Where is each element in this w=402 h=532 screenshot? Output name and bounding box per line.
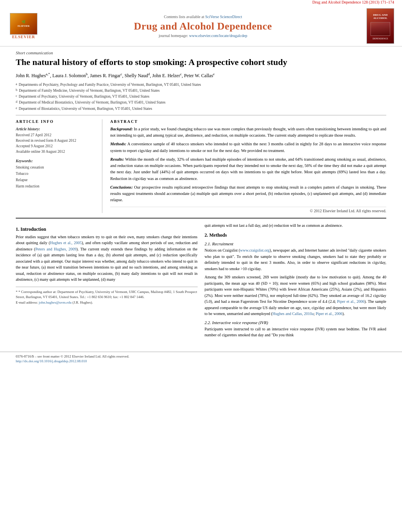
affil-a: a Departments of Psychiatry, Psychology …	[16, 82, 386, 88]
elsevier-logo: 🌿 ELSEVIER ELSEVIER	[8, 13, 39, 39]
section1-heading: 1. Introduction	[16, 226, 198, 232]
section2-para3: Participants were instructed to call to …	[205, 326, 387, 338]
section1-para2: quit attempts will not last a full day, …	[205, 222, 387, 229]
sup-b: b	[86, 72, 88, 76]
main-right-column: quit attempts will not last a full day, …	[205, 222, 387, 341]
cover-text: DRUG AND ALCOHOL	[367, 12, 394, 21]
section2-sub1-heading: 2.1. Recruitment	[205, 241, 387, 246]
copyright-line: © 2012 Elsevier Ireland Ltd. All rights …	[110, 207, 386, 213]
conclusions-text: Our prospective results replicated retro…	[110, 185, 386, 202]
journal-ref-text: Drug and Alcohol Dependence 128 (2013) 1…	[312, 0, 394, 4]
affil-e: e Department of Biostatistics, Universit…	[16, 106, 386, 112]
article-info-heading: ARTICLE INFO	[16, 119, 96, 124]
ref-peters-hughes[interactable]: Peters and Hughes, 2009	[35, 247, 76, 251]
issn-line: 0376-8716/$ – see front matter © 2012 El…	[16, 354, 386, 358]
sciverse-line: Contents lists available at SciVerse Sci…	[39, 15, 367, 19]
homepage-prefix: journal homepage:	[159, 33, 188, 38]
abstract-heading: ABSTRACT	[110, 119, 386, 124]
affil-b: b Department of Family Medicine, Univers…	[16, 88, 386, 94]
keyword-1: Smoking cessation	[16, 164, 96, 171]
results-label: Results:	[110, 157, 124, 161]
email-person: (J.R. Hughes).	[72, 300, 93, 304]
sup-d: d	[148, 72, 150, 76]
background-text: In a prior study, we found changing toba…	[110, 127, 386, 137]
section2-sub2-heading: 2.2. Interactive voice response (IVR)	[205, 320, 387, 325]
authors-line: John R. Hughesa,*, Laura J. Solomonb, Ja…	[16, 71, 386, 80]
affiliations-block: a Departments of Psychiatry, Psychology …	[16, 82, 386, 115]
history-label: Article history:	[16, 127, 96, 131]
ref-piper-2006b[interactable]: Piper et al., 2006	[316, 311, 343, 316]
keyword-2: Tobacco	[16, 171, 96, 177]
sup-c2: c	[180, 72, 182, 76]
footnote-star-text: * * Corresponding author at: Department …	[16, 289, 198, 300]
keyword-4: Harm reduction	[16, 183, 96, 189]
article-type: Short communication	[16, 50, 386, 55]
main-content: 1. Introduction Prior studies suggest th…	[16, 218, 386, 341]
affil-c-text: Department of Psychiatry, University of …	[19, 94, 150, 100]
sup-e: e	[213, 72, 215, 76]
elsevier-text: ELSEVIER	[12, 35, 35, 39]
journal-title: Drug and Alcohol Dependence	[39, 20, 367, 32]
footnote-text: * Corresponding author at: Department of…	[16, 290, 197, 299]
keywords-label: Keywords:	[16, 159, 96, 163]
journal-title-block: Contents lists available at SciVerse Sci…	[39, 15, 367, 38]
bottom-bar: 0376-8716/$ – see front matter © 2012 El…	[0, 352, 402, 365]
sup-a: a,*	[46, 72, 50, 76]
section1-para1: Prior studies suggest that when tobacco …	[16, 234, 198, 283]
affil-c: c Department of Psychiatry, University o…	[16, 94, 386, 100]
received-date: Received 27 April 2012	[16, 132, 96, 138]
email-label: E-mail address:	[16, 300, 38, 304]
doi-link[interactable]: http://dx.doi.org/10.1016/j.drugaldep.20…	[16, 359, 87, 363]
craigslist-link[interactable]: www.craigslist.org	[240, 248, 270, 252]
section2-heading: 2. Methods	[205, 232, 387, 238]
affil-e-text: Department of Biostatistics, University …	[19, 106, 152, 112]
email-link[interactable]: john.hughes@uvm.edu	[39, 300, 71, 304]
affil-d-text: Department of Medical Biostatistics, Uni…	[19, 100, 165, 106]
ref-hughes-callas[interactable]: Hughes and Callas, 2010a	[272, 311, 313, 316]
main-left-column: 1. Introduction Prior studies suggest th…	[16, 222, 198, 341]
abstract-methods: Methods: A convenience sample of 40 toba…	[110, 141, 386, 154]
journal-homepage: journal homepage: www.elsevier.com/locat…	[39, 33, 367, 38]
sciverse-prefix: Contents lists available at	[164, 15, 204, 19]
journal-reference: Drug and Alcohol Dependence 128 (2013) 1…	[0, 0, 402, 4]
keywords-section: Keywords: Smoking cessation Tobacco Rela…	[16, 159, 96, 190]
keyword-3: Relapse	[16, 177, 96, 183]
affil-d: d Department of Medical Biostatistics, U…	[16, 100, 386, 106]
section2-para1: Notices on Craigslist (www.craigslist.or…	[205, 247, 387, 272]
footnote-area: * * Corresponding author at: Department …	[16, 287, 198, 306]
results-text: Within the month of the study, 32% of sm…	[110, 157, 386, 181]
available-date: Available online 30 August 2012	[16, 149, 96, 154]
article-body: Short communication The natural history …	[0, 46, 402, 348]
affil-b-text: Department of Family Medicine, Universit…	[19, 88, 160, 94]
homepage-link[interactable]: www.elsevier.com/locate/drugalcdep	[189, 33, 247, 38]
history-section: Article history: Received 27 April 2012 …	[16, 127, 96, 155]
keywords-list: Smoking cessation Tobacco Relapse Harm r…	[16, 164, 96, 190]
ref-piper-2006[interactable]: Piper et al., 2006	[337, 299, 365, 304]
article-title: The natural history of efforts to stop s…	[16, 57, 386, 68]
article-info-column: ARTICLE INFO Article history: Received 2…	[16, 119, 102, 213]
info-abstract-columns: ARTICLE INFO Article history: Received 2…	[16, 119, 386, 213]
sciverse-link[interactable]: SciVerse ScienceDirect	[205, 15, 242, 19]
abstract-column: ABSTRACT Background: In a prior study, w…	[110, 119, 386, 213]
accepted-date: Accepted 9 August 2012	[16, 143, 96, 149]
journal-cover-image: DRUG AND ALCOHOL DEPENDENCE	[367, 8, 394, 44]
sup-c: c	[120, 72, 122, 76]
conclusions-label: Conclusions:	[110, 185, 133, 189]
page: Drug and Alcohol Dependence 128 (2013) 1…	[0, 0, 402, 532]
journal-header: 🌿 ELSEVIER ELSEVIER Contents lists avail…	[0, 5, 402, 46]
footnote-email: E-mail address: john.hughes@uvm.edu (J.R…	[16, 300, 198, 306]
history-content: Received 27 April 2012 Received in revis…	[16, 132, 96, 155]
ref-hughes-2005[interactable]: Hughes et al., 2005	[50, 241, 82, 245]
abstract-results: Results: Within the month of the study, …	[110, 156, 386, 182]
abstract-background: Background: In a prior study, we found c…	[110, 126, 386, 139]
main-columns: 1. Introduction Prior studies suggest th…	[16, 222, 386, 341]
abstract-text: Background: In a prior study, we found c…	[110, 126, 386, 204]
received-revised-date: Received in revised form 8 August 2012	[16, 138, 96, 143]
methods-text: A convenience sample of 40 tobacco smoke…	[110, 142, 386, 152]
affil-a-text: Departments of Psychiatry, Psychology an…	[19, 82, 201, 88]
section2-para2: Among the 309 smokers screened, 269 were…	[205, 274, 387, 317]
abstract-conclusions: Conclusions: Our prospective results rep…	[110, 184, 386, 204]
background-label: Background:	[110, 127, 133, 131]
methods-label: Methods:	[110, 142, 126, 146]
